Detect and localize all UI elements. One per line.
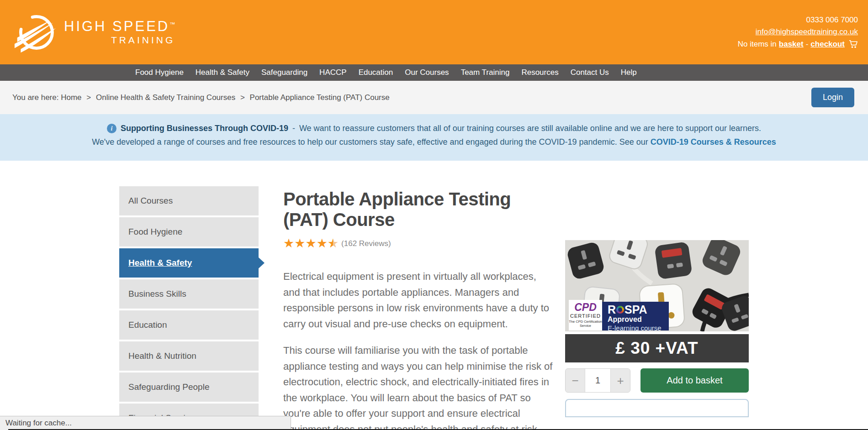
login-button[interactable]: Login [811,88,854,107]
covid-resources-link[interactable]: COVID-19 Courses & Resources [651,137,776,147]
breadcrumb-home[interactable]: Home [61,93,81,102]
status-text: Waiting for cache... [5,419,72,428]
main-nav: Food Hygiene Health & Safety Safeguardin… [0,64,868,81]
phone-number: 0333 006 7000 [738,14,858,26]
rospa-logo: R SPA [608,304,664,315]
course-content: Portable Appliance Testing (PAT) Course … [283,186,554,430]
covid-text-line2: We've developed a range of courses and f… [92,137,648,147]
price-banner: £ 30 +VAT [565,334,749,362]
breadcrumb: You are here: Home > Online Health & Saf… [12,93,390,102]
browser-status-bar: Waiting for cache... [0,416,291,430]
sidebar-item-business-skills[interactable]: Business Skills [119,279,259,309]
rospa-approved-badge: R SPA Approved E-learning course [602,302,669,330]
star-icon [294,237,305,250]
rospa-approved-label: Approved [608,315,664,324]
breadcrumb-prefix: You are here: [12,93,58,102]
covid-text-line1: We want to reassure customers that all o… [299,124,761,133]
course-category-sidebar: All Courses Food Hygiene Health & Safety… [119,186,259,430]
sidebar-item-safeguarding-people[interactable]: Safeguarding People [119,372,259,402]
header-contact: 0333 006 7000 info@highspeedtraining.co.… [738,14,858,50]
cpd-certified-badge: CPD CERTIFIED The CPD Certification Serv… [569,300,602,330]
star-icon [317,237,328,250]
sidebar-item-food-hygiene[interactable]: Food Hygiene [119,217,259,246]
basket-status-text: No items in [738,38,777,50]
info-icon: i [107,124,116,133]
rating-row[interactable]: (162 Reviews) [283,237,554,250]
rospa-o-icon [616,306,624,314]
sidebar-item-health-safety[interactable]: Health & Safety [119,248,259,278]
breadcrumb-current: Portable Appliance Testing (PAT) Course [250,93,390,102]
quantity-stepper: − + [565,368,630,393]
star-rating [283,237,339,250]
cpd-sub-label: The CPD Certification Service [569,320,602,328]
checkout-link[interactable]: checkout [810,38,845,50]
nav-item-food-hygiene[interactable]: Food Hygiene [129,64,190,81]
nav-item-team-training[interactable]: Team Training [455,64,516,81]
nav-item-contact-us[interactable]: Contact Us [565,64,615,81]
nav-item-education[interactable]: Education [353,64,399,81]
basket-separator: - [806,38,809,50]
star-icon [305,237,316,250]
site-logo[interactable]: HIGH SPEED™ TRAINING [14,10,175,54]
logo-line1: HIGH SPEED [64,18,169,34]
star-half-icon [328,237,339,250]
quantity-input[interactable] [585,369,611,392]
nav-item-our-courses[interactable]: Our Courses [399,64,455,81]
nav-item-safeguarding[interactable]: Safeguarding [255,64,313,81]
rospa-elearning-label: E-learning course [608,324,664,331]
nav-item-resources[interactable]: Resources [515,64,564,81]
email-link[interactable]: info@highspeedtraining.co.uk [756,27,858,36]
logo-text: HIGH SPEED™ TRAINING [64,19,175,45]
logo-line2: TRAINING [64,35,175,45]
add-to-basket-button[interactable]: Add to basket [640,368,749,393]
page-main: All Courses Food Hygiene Health & Safety… [119,161,749,430]
breadcrumb-category[interactable]: Online Health & Safety Training Courses [96,93,235,102]
nav-item-haccp[interactable]: HACCP [313,64,353,81]
cpd-logo: CPD [569,302,602,313]
breadcrumb-bar: You are here: Home > Online Health & Saf… [0,81,868,114]
basket-link[interactable]: basket [779,38,804,50]
course-description-2: This course will familiarise you with th… [283,343,554,430]
logo-swoosh-icon [14,10,58,54]
cart-icon[interactable] [849,40,858,48]
nav-item-health-safety[interactable]: Health & Safety [190,64,255,81]
quantity-increase-button[interactable]: + [611,369,630,392]
product-image: CPD CERTIFIED The CPD Certification Serv… [565,240,749,331]
chevron-right-arrow [259,257,265,268]
reviews-count[interactable]: (162 Reviews) [341,239,391,248]
page-title: Portable Appliance Testing (PAT) Course [283,189,554,230]
covid-heading: Supporting Businesses Through COVID-19 [121,124,288,133]
nav-item-help[interactable]: Help [615,64,643,81]
partial-panel [565,399,749,417]
quantity-decrease-button[interactable]: − [566,369,585,392]
star-icon [283,237,294,250]
cpd-certified-label: CERTIFIED [569,313,602,319]
sidebar-item-education[interactable]: Education [119,310,259,340]
course-description-1: Electrical equipment is present in virtu… [283,269,554,332]
logo-tm: ™ [169,21,175,27]
site-header: HIGH SPEED™ TRAINING 0333 006 7000 info@… [0,0,868,64]
covid-banner: i Supporting Businesses Through COVID-19… [0,114,868,161]
sidebar-item-health-nutrition[interactable]: Health & Nutrition [119,341,259,371]
sidebar-item-all-courses[interactable]: All Courses [119,186,259,215]
breadcrumb-separator: > [238,93,248,102]
purchase-panel: CPD CERTIFIED The CPD Certification Serv… [565,240,749,430]
covid-dash: - [292,124,295,133]
breadcrumb-separator: > [84,93,94,102]
